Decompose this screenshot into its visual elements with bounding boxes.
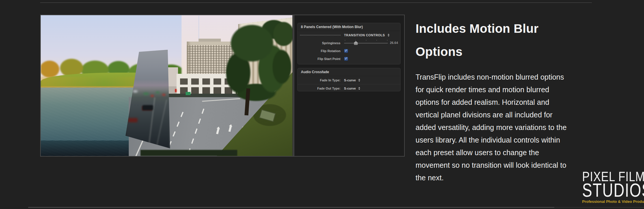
lane-arrow	[216, 129, 219, 134]
stepper-icon[interactable]	[358, 79, 360, 82]
transition-section: 8 Panels Centered (With Motion Blur) TRA…	[297, 23, 401, 64]
top-divider	[40, 2, 592, 3]
motion-blurred-car	[143, 105, 153, 110]
audio-crossfade-section: Audio Crossfade Fade In Type: S-curve Fa…	[297, 68, 401, 91]
pixel-film-studios-logo: PIXEL FILM STUDIOS Professional Photo & …	[582, 170, 644, 204]
springiness-slider[interactable]	[344, 41, 388, 45]
video-preview	[41, 15, 292, 156]
stepper-icon[interactable]	[388, 34, 389, 37]
inspector-scrollbar[interactable]	[292, 15, 294, 156]
fade-in-popup[interactable]: S-curve	[344, 78, 356, 82]
springiness-row: Springiness 26.64	[298, 39, 400, 47]
bottom-divider	[28, 207, 554, 208]
marketing-copy: Includes Motion Blur Options TransFlip i…	[416, 17, 597, 184]
underpass-shadow	[140, 150, 237, 156]
lane-marking	[188, 109, 204, 153]
motion-blurred-car	[128, 118, 138, 122]
audio-crossfade-title: Audio Crossfade	[298, 68, 400, 76]
fcpx-screenshot: 8 Panels Centered (With Motion Blur) TRA…	[40, 15, 405, 157]
traffic-light	[175, 89, 177, 92]
fade-in-label: Fade In Type:	[298, 78, 340, 82]
flip-start-point-checkbox[interactable]	[344, 57, 348, 61]
slider-track[interactable]	[344, 43, 388, 44]
dotted-divider	[300, 35, 340, 35]
inspector-panel: 8 Panels Centered (With Motion Blur) TRA…	[294, 15, 404, 156]
transition-controls-row: TRANSITION CONTROLS	[298, 31, 400, 39]
slider-ticks	[344, 40, 388, 41]
flip-start-point-label: Flip Start Point	[298, 57, 340, 61]
section-paragraph: TransFlip includes non-motion blurred op…	[416, 71, 597, 184]
blurred-lane-streak	[156, 100, 167, 145]
transition-controls-label: TRANSITION CONTROLS	[344, 33, 385, 37]
flip-rotation-checkbox[interactable]	[344, 49, 348, 53]
flip-start-point-row: Flip Start Point	[298, 55, 400, 63]
lane-arrow	[228, 126, 232, 132]
bottom-divider-dim	[554, 207, 644, 208]
tree	[266, 15, 292, 95]
flip-rotation-label: Flip Rotation	[298, 49, 340, 53]
logo-line2: STUDIOS	[582, 182, 644, 198]
preset-title: 8 Panels Centered (With Motion Blur)	[298, 23, 400, 31]
springiness-value: 26.64	[390, 39, 398, 47]
fade-out-row: Fade Out Type: S-curve	[298, 84, 400, 92]
blurred-lane-streak	[148, 97, 155, 147]
section-heading: Includes Motion Blur Options	[416, 17, 597, 63]
stepper-icon[interactable]	[358, 87, 360, 90]
street-sign	[186, 92, 191, 95]
fade-out-label: Fade Out Type:	[298, 87, 340, 90]
slider-thumb[interactable]	[354, 41, 358, 45]
fade-in-row: Fade In Type: S-curve	[298, 76, 400, 84]
flip-rotation-row: Flip Rotation	[298, 47, 400, 55]
springiness-label: Springiness	[298, 41, 340, 45]
fade-out-popup[interactable]: S-curve	[344, 87, 356, 90]
